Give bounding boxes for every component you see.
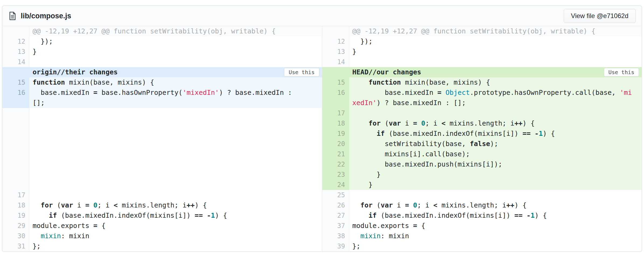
- line-number-gutter: 22: [322, 159, 349, 169]
- line-number-gutter: 18: [2, 200, 29, 210]
- line-number-gutter: 26: [322, 200, 349, 210]
- hunk-header-row: @@ -12,19 +12,27 @@ function setWritabil…: [2, 26, 322, 36]
- conflict-header-row-left: origin//their changesUse this: [2, 67, 322, 77]
- file-icon: [8, 11, 16, 21]
- code-line: function mixin(base, mixins) {: [349, 77, 642, 88]
- code-line: base.mixedIn = Object.prototype.hasOwnPr…: [349, 88, 642, 108]
- line-number-gutter: 19: [322, 129, 349, 139]
- code-row: 14: [322, 57, 642, 67]
- file-header: lib/compose.js View file @e71062d: [2, 6, 642, 26]
- code-line: }: [349, 180, 642, 190]
- code-row: 24 }: [322, 180, 642, 190]
- code-row: 14: [2, 57, 322, 67]
- code-line: for (var i = 0; i < mixins.length; i++) …: [349, 118, 642, 129]
- code-row: 15 function mixin(base, mixins) {: [322, 77, 642, 88]
- code-row: 12 });: [2, 36, 322, 47]
- line-number-gutter: 12: [2, 36, 29, 47]
- code-row: 27 if (base.mixedIn.indexOf(mixins[i]) =…: [322, 210, 642, 221]
- line-number-gutter: 16: [322, 88, 349, 108]
- line-number-gutter: 15: [322, 77, 349, 88]
- line-number-gutter: [2, 67, 29, 77]
- code-row: 21 mixins[i].call(base);: [322, 149, 642, 159]
- line-number-gutter: [2, 26, 29, 36]
- line-number-gutter: 39: [322, 241, 349, 251]
- code-line: mixins[i].call(base);: [349, 149, 642, 159]
- line-number-gutter: 16: [2, 88, 29, 108]
- code-row: 16 base.mixedIn = base.hasOwnProperty('m…: [2, 88, 322, 108]
- code-line: }: [349, 169, 642, 180]
- view-file-button[interactable]: View file @e71062d: [564, 9, 636, 23]
- line-number-gutter: 14: [322, 57, 349, 67]
- conflict-source-label: HEAD//our changes: [349, 67, 642, 77]
- code-line: function mixin(base, mixins) {: [29, 77, 322, 88]
- code-row: 18 for (var i = 0; i < mixins.length; i+…: [322, 118, 642, 129]
- code-line: [29, 190, 322, 200]
- line-number-gutter: 17: [2, 190, 29, 200]
- code-row: 17: [322, 108, 642, 118]
- line-number-gutter: 17: [322, 108, 349, 118]
- code-line: for (var i = 0; i < mixins.length; i++) …: [29, 200, 322, 210]
- code-line: });: [29, 36, 322, 47]
- code-row: 20 setWritability(base, false);: [322, 139, 642, 149]
- code-row: 15function mixin(base, mixins) {: [2, 77, 322, 88]
- line-number-gutter: 12: [322, 36, 349, 47]
- line-number-gutter: 24: [322, 180, 349, 190]
- file-diff-card: lib/compose.js View file @e71062d @@ -12…: [2, 5, 642, 252]
- line-number-gutter: 20: [322, 139, 349, 149]
- hunk-header-row: @@ -12,19 +12,27 @@ function setWritabil…: [322, 26, 642, 36]
- line-number-gutter: 13: [322, 47, 349, 57]
- code-row: 25: [322, 190, 642, 200]
- file-path-title: lib/compose.js: [21, 12, 71, 20]
- line-number-gutter: 37: [322, 221, 349, 231]
- code-line: base.mixedIn.push(mixins[i]);: [349, 159, 642, 169]
- code-line: if (base.mixedIn.indexOf(mixins[i]) == -…: [349, 129, 642, 139]
- empty-code-area: [29, 108, 322, 190]
- conflict-header-row-right: HEAD//our changesUse this: [322, 67, 642, 77]
- code-line: }: [29, 47, 322, 57]
- use-this-button-right[interactable]: Use this: [604, 68, 639, 77]
- code-line: };: [349, 241, 642, 251]
- split-diff: @@ -12,19 +12,27 @@ function setWritabil…: [2, 26, 642, 251]
- code-line: });: [349, 36, 642, 47]
- code-row: 22 base.mixedIn.push(mixins[i]);: [322, 159, 642, 169]
- code-line: [349, 57, 642, 67]
- code-row: 29module.exports = {: [2, 221, 322, 231]
- code-line: base.mixedIn = base.hasOwnProperty('mixe…: [29, 88, 322, 108]
- code-row: 19 if (base.mixedIn.indexOf(mixins[i]) =…: [322, 129, 642, 139]
- code-line: module.exports = {: [349, 221, 642, 231]
- code-line: mixin: mixin: [29, 231, 322, 241]
- line-number-gutter: 23: [322, 169, 349, 180]
- line-number-gutter: [322, 67, 349, 77]
- line-number-gutter: 14: [2, 57, 29, 67]
- line-number-gutter: 21: [322, 149, 349, 159]
- line-number-gutter: 31: [2, 241, 29, 251]
- code-row: 17: [2, 190, 322, 200]
- code-row: 18 for (var i = 0; i < mixins.length; i+…: [2, 200, 322, 210]
- code-line: [349, 108, 642, 118]
- line-number-gutter: 30: [2, 231, 29, 241]
- right-pane-our-changes: @@ -12,19 +12,27 @@ function setWritabil…: [322, 26, 642, 251]
- code-line: mixin: mixin: [349, 231, 642, 241]
- line-number-gutter: 27: [322, 210, 349, 221]
- line-number-gutter: 18: [322, 118, 349, 129]
- code-row: 16 base.mixedIn = Object.prototype.hasOw…: [322, 88, 642, 108]
- line-number-gutter: [322, 26, 349, 36]
- code-line: [29, 57, 322, 67]
- left-pane-their-changes: @@ -12,19 +12,27 @@ function setWritabil…: [2, 26, 322, 251]
- code-row: 12 });: [322, 36, 642, 47]
- code-row: 13}: [2, 47, 322, 57]
- alignment-spacer-row: [2, 108, 322, 190]
- code-row: 23 }: [322, 169, 642, 180]
- code-row: 37module.exports = {: [322, 221, 642, 231]
- code-row: 19 if (base.mixedIn.indexOf(mixins[i]) =…: [2, 210, 322, 221]
- line-number-gutter: 25: [322, 190, 349, 200]
- line-number-gutter: [2, 108, 29, 190]
- code-row: 39};: [322, 241, 642, 251]
- use-this-button-left[interactable]: Use this: [284, 68, 319, 77]
- code-line: };: [29, 241, 322, 251]
- code-line: if (base.mixedIn.indexOf(mixins[i]) == -…: [29, 210, 322, 221]
- line-number-gutter: 15: [2, 77, 29, 88]
- code-line: setWritability(base, false);: [349, 139, 642, 149]
- code-row: 31};: [2, 241, 322, 251]
- hunk-header-text: @@ -12,19 +12,27 @@ function setWritabil…: [29, 26, 322, 36]
